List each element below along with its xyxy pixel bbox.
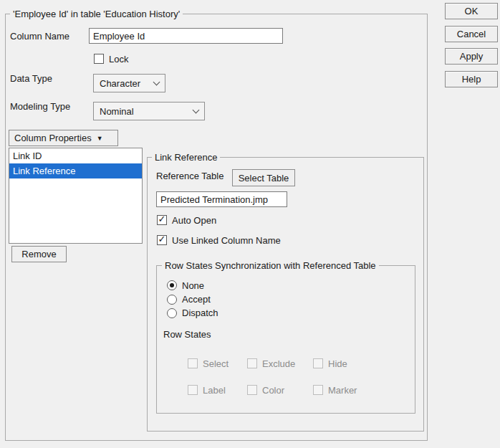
label-checkbox[interactable] — [188, 385, 198, 395]
dropdown-triangle-icon: ▼ — [97, 135, 103, 142]
data-type-dropdown[interactable]: Character — [93, 74, 165, 92]
column-name-input[interactable] — [89, 28, 283, 44]
modeling-type-label: Modeling Type — [10, 101, 70, 113]
select-table-button[interactable]: Select Table — [232, 169, 295, 186]
apply-button[interactable]: Apply — [445, 48, 498, 65]
modeling-type-dropdown[interactable]: Nominal — [93, 102, 205, 120]
row-states-sync-title: Row States Synchronization with Referenc… — [162, 260, 379, 271]
dialog-title: 'Employee Id' in table 'Education Histor… — [10, 9, 183, 19]
radio-dispatch[interactable] — [167, 308, 177, 318]
chevron-down-icon — [153, 79, 160, 86]
marker-checkbox-label: Marker — [328, 385, 357, 396]
data-type-label: Data Type — [10, 73, 52, 85]
select-checkbox-label: Select — [203, 358, 229, 370]
exclude-checkbox-label: Exclude — [262, 358, 295, 370]
reference-table-input[interactable] — [156, 191, 287, 207]
column-properties-button[interactable]: Column Properties ▼ — [9, 130, 118, 146]
help-button[interactable]: Help — [445, 71, 498, 87]
select-checkbox[interactable] — [188, 358, 198, 368]
radio-accept-label: Accept — [182, 294, 211, 305]
list-item-link-reference[interactable]: Link Reference — [9, 163, 142, 178]
cancel-button[interactable]: Cancel — [445, 26, 498, 42]
column-name-label: Column Name — [10, 31, 69, 42]
remove-button[interactable]: Remove — [11, 246, 67, 262]
auto-open-label: Auto Open — [172, 215, 216, 227]
exclude-checkbox[interactable] — [247, 358, 257, 368]
hide-checkbox-label: Hide — [328, 358, 347, 370]
auto-open-checkbox[interactable]: ✓ — [157, 215, 167, 225]
color-checkbox[interactable] — [247, 385, 257, 395]
column-properties-label: Column Properties — [14, 133, 92, 143]
list-item-link-id[interactable]: Link ID — [9, 148, 142, 163]
marker-checkbox[interactable] — [313, 385, 323, 395]
use-linked-column-name-checkbox[interactable]: ✓ — [157, 235, 167, 245]
checkmark-icon: ✓ — [158, 215, 166, 224]
use-linked-column-name-label: Use Linked Column Name — [172, 235, 281, 247]
lock-label: Lock — [109, 54, 128, 65]
radio-dispatch-label: Dispatch — [182, 308, 218, 319]
color-checkbox-label: Color — [262, 385, 284, 396]
chevron-down-icon — [193, 107, 200, 114]
ok-button[interactable]: OK — [445, 3, 498, 19]
data-type-value: Character — [100, 78, 148, 89]
link-reference-title: Link Reference — [152, 152, 220, 163]
checkmark-icon: ✓ — [158, 235, 166, 244]
radio-accept[interactable] — [167, 295, 177, 305]
radio-none-label: None — [182, 280, 204, 292]
radio-none[interactable] — [167, 280, 177, 290]
radio-dot — [170, 283, 174, 287]
properties-listbox: Link ID Link Reference — [9, 148, 143, 244]
column-info-dialog: OK Cancel Apply Help 'Employee Id' in ta… — [0, 0, 500, 448]
reference-table-label: Reference Table — [156, 171, 223, 182]
lock-checkbox[interactable] — [94, 54, 104, 64]
modeling-type-value: Nominal — [100, 106, 188, 117]
row-states-label: Row States — [163, 329, 211, 340]
label-checkbox-label: Label — [203, 385, 226, 396]
hide-checkbox[interactable] — [313, 358, 323, 368]
